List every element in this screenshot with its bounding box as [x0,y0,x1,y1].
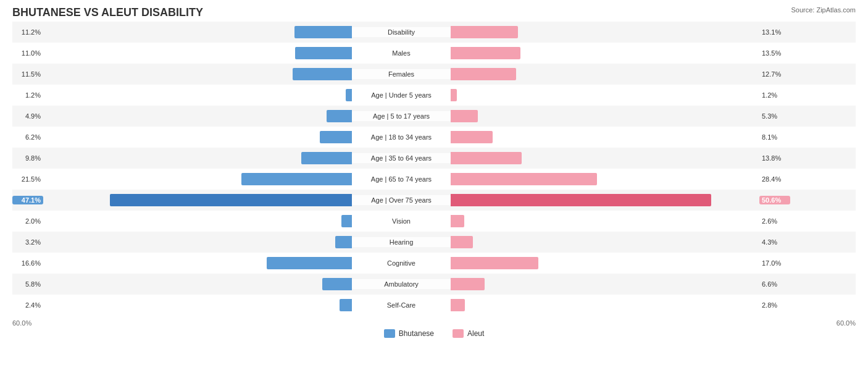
left-bar [241,173,352,185]
left-value: 21.5% [12,175,43,183]
left-bar-container [43,215,352,227]
left-bar [267,257,352,269]
right-bar-container [451,131,759,143]
left-bar-container [43,152,352,164]
right-bar [451,68,516,80]
right-bar-container [451,278,759,290]
bar-section: 21.5%Age | 65 to 74 years28.4% [12,169,856,190]
right-value: 2.6% [759,217,790,225]
chart-row: 11.0%Males13.5% [12,43,856,64]
x-axis-left: 60.0% [12,319,31,327]
left-bar-container [43,26,352,38]
left-bar [341,215,352,227]
right-value: 50.6% [759,196,790,204]
bar-section: 16.6%Cognitive17.0% [12,253,856,274]
right-bar [451,131,493,143]
row-label: Females [352,69,451,79]
bar-section: 6.2%Age | 18 to 34 years8.1% [12,127,856,148]
chart-row: 3.2%Hearing4.3% [12,232,856,253]
right-value: 8.1% [759,133,790,141]
left-value: 16.6% [12,259,43,267]
bar-section: 11.0%Males13.5% [12,43,856,64]
right-bar-container [451,173,759,185]
legend: Bhutanese Aleut [12,329,856,338]
right-bar [451,152,522,164]
x-axis: 60.0% 60.0% [12,319,856,327]
chart-row: 47.1%Age | Over 75 years50.6% [12,190,856,211]
row-label: Age | 35 to 64 years [352,153,451,163]
right-bar [451,110,478,122]
right-bar [451,26,518,38]
legend-aleut-label: Aleut [467,329,484,338]
right-bar-container [451,152,759,164]
right-value: 13.1% [759,28,790,36]
left-bar [346,89,352,101]
legend-bhutanese-icon [384,329,395,338]
right-bar [451,173,597,185]
right-value: 5.3% [759,112,790,120]
right-value: 13.5% [759,49,790,57]
right-bar-container [451,215,759,227]
left-value: 2.4% [12,301,43,309]
chart-row: 6.2%Age | 18 to 34 years8.1% [12,127,856,148]
left-bar [294,26,352,38]
right-value: 28.4% [759,175,790,183]
row-label: Self-Care [352,300,451,310]
right-bar [451,236,473,248]
right-bar-container [451,236,759,248]
left-value: 11.5% [12,70,43,78]
left-value: 4.9% [12,112,43,120]
row-label: Vision [352,216,451,226]
chart-row: 1.2%Age | Under 5 years1.2% [12,85,856,106]
right-bar-container [451,47,759,59]
right-value: 2.8% [759,301,790,309]
x-axis-right: 60.0% [837,319,856,327]
right-bar [451,257,538,269]
bar-section: 5.8%Ambulatory6.6% [12,274,856,295]
row-label: Cognitive [352,258,451,268]
right-value: 17.0% [759,259,790,267]
legend-bhutanese-label: Bhutanese [399,329,434,338]
left-bar-container [43,299,352,311]
row-label: Hearing [352,237,451,247]
left-value: 5.8% [12,280,43,288]
left-bar [301,152,352,164]
left-bar [340,299,352,311]
chart-row: 21.5%Age | 65 to 74 years28.4% [12,169,856,190]
chart-row: 2.0%Vision2.6% [12,211,856,232]
left-value: 6.2% [12,133,43,141]
chart-row: 5.8%Ambulatory6.6% [12,274,856,295]
right-value: 1.2% [759,91,790,99]
row-label: Age | Over 75 years [352,195,451,205]
right-bar-container [451,26,759,38]
left-bar-container [43,89,352,101]
left-bar-container [43,173,352,185]
bar-section: 2.0%Vision2.6% [12,211,856,232]
right-bar [451,215,464,227]
right-bar-container [451,257,759,269]
left-bar [327,110,352,122]
legend-aleut: Aleut [453,329,484,338]
right-bar-container [451,89,759,101]
row-label: Age | Under 5 years [352,90,451,100]
left-bar-container [43,194,352,206]
left-bar-container [43,236,352,248]
right-value: 6.6% [759,280,790,288]
chart-row: 2.4%Self-Care2.8% [12,295,856,316]
left-value: 9.8% [12,154,43,162]
right-bar-container [451,194,759,206]
right-bar [451,278,485,290]
row-label: Males [352,48,451,58]
left-bar-container [43,131,352,143]
source-label: Source: ZipAtlas.com [791,6,856,14]
left-bar-container [43,278,352,290]
left-bar [293,68,352,80]
row-label: Disability [352,27,451,37]
legend-aleut-icon [453,329,464,338]
left-bar [320,131,352,143]
bar-section: 9.8%Age | 35 to 64 years13.8% [12,148,856,169]
chart-container: BHUTANESE VS ALEUT DISABILITY Source: Zi… [0,0,868,378]
bar-section: 47.1%Age | Over 75 years50.6% [12,190,856,211]
left-bar [295,47,352,59]
right-bar-container [451,68,759,80]
